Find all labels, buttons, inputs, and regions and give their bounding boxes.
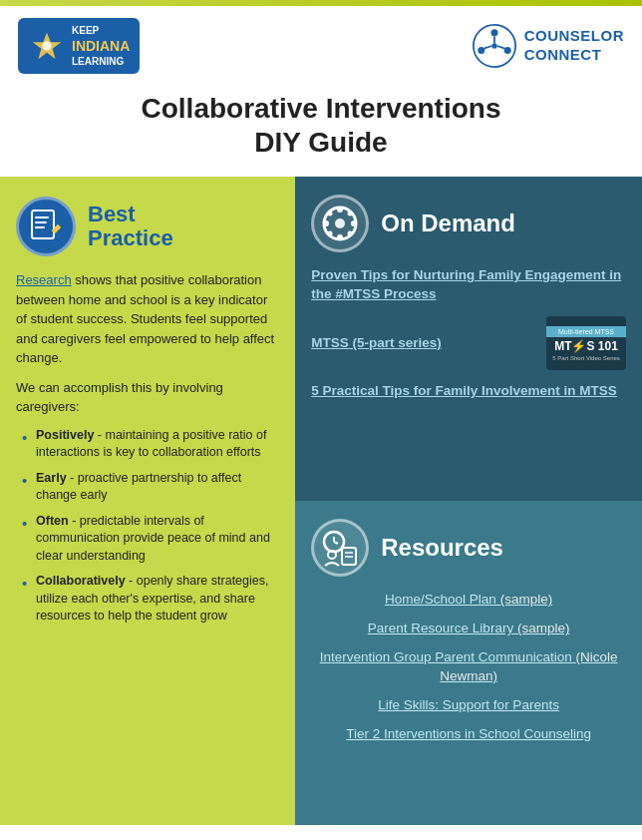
- main-title: Collaborative Interventions DIY Guide: [20, 92, 622, 159]
- resource-link-4[interactable]: Life Skills: Support for Parents: [311, 696, 626, 715]
- svg-point-24: [328, 231, 333, 236]
- resource-link-5[interactable]: Tier 2 Interventions in School Counselin…: [311, 725, 626, 744]
- svg-point-20: [323, 220, 329, 226]
- best-practice-title: Best Practice: [88, 203, 173, 250]
- svg-point-19: [337, 234, 343, 240]
- resources-icon-circle: [311, 519, 369, 577]
- on-demand-title: On Demand: [381, 210, 515, 237]
- svg-point-7: [491, 43, 496, 48]
- kil-logo: KEEP INDIANA LEARNING: [18, 18, 140, 74]
- on-demand-header: On Demand: [311, 195, 626, 252]
- svg-point-22: [328, 211, 333, 216]
- cc-text: COUNSELOR CONNECT: [524, 27, 624, 65]
- svg-rect-11: [32, 210, 54, 238]
- left-column: Best Practice Research shows that positi…: [0, 177, 295, 825]
- on-demand-section: On Demand Proven Tips for Nurturing Fami…: [295, 177, 642, 501]
- bullet-positively: Positively - maintaining a positive rati…: [22, 427, 279, 462]
- svg-rect-13: [35, 221, 47, 223]
- best-practice-icon: [16, 197, 76, 256]
- header: KEEP INDIANA LEARNING COUNSELOR CONNECT: [0, 6, 642, 82]
- svg-point-25: [348, 231, 353, 236]
- right-column: On Demand Proven Tips for Nurturing Fami…: [295, 177, 642, 825]
- resources-title: Resources: [381, 534, 503, 562]
- kil-text: KEEP INDIANA LEARNING: [72, 24, 130, 68]
- best-practice-header: Best Practice: [16, 197, 279, 256]
- demand-link-3[interactable]: 5 Practical Tips for Family Involvement …: [311, 382, 626, 401]
- resources-header: Resources: [311, 519, 626, 577]
- best-practice-para1: Research shows that positive collaborati…: [16, 270, 279, 368]
- svg-rect-14: [35, 226, 45, 228]
- svg-point-2: [42, 41, 52, 51]
- svg-rect-12: [35, 216, 49, 218]
- bullet-list: Positively - maintaining a positive rati…: [16, 427, 279, 626]
- film-reel-icon-circle: [311, 195, 369, 252]
- svg-point-17: [335, 218, 345, 228]
- resource-link-1[interactable]: Home/School Plan (sample): [311, 591, 626, 610]
- bullet-often: Often - predictable intervals of communi…: [22, 513, 279, 566]
- cc-logo: COUNSELOR CONNECT: [473, 24, 624, 68]
- demand-link-1[interactable]: Proven Tips for Nurturing Family Engagem…: [311, 266, 626, 304]
- svg-point-4: [490, 29, 497, 36]
- title-section: Collaborative Interventions DIY Guide: [0, 82, 642, 177]
- document-edit-icon: [28, 209, 64, 244]
- svg-line-28: [334, 542, 338, 544]
- bullet-collaboratively: Collaboratively - openly share strategie…: [22, 573, 279, 626]
- svg-line-10: [496, 46, 504, 49]
- resource-link-3[interactable]: Intervention Group Parent Communication …: [311, 648, 626, 686]
- resources-icon: [320, 528, 360, 568]
- bullet-early: Early - proactive partnership to affect …: [22, 470, 279, 505]
- kil-logo-icon: [28, 27, 66, 65]
- demand-link-2[interactable]: MTSS (5-part series): [311, 334, 536, 353]
- svg-point-23: [348, 211, 353, 216]
- resources-section: Resources Home/School Plan (sample) Pare…: [295, 501, 642, 825]
- research-link[interactable]: Research: [16, 272, 72, 287]
- svg-point-18: [337, 207, 343, 212]
- mtss-thumbnail: Multi-tiered MTSS MT⚡S 101 5 Part Short …: [546, 316, 626, 370]
- film-reel-icon: [321, 205, 359, 242]
- svg-point-21: [351, 220, 357, 226]
- best-practice-para2: We can accomplish this by involving care…: [16, 378, 279, 417]
- cc-logo-icon: [473, 24, 516, 68]
- content-grid: Best Practice Research shows that positi…: [0, 177, 642, 825]
- resource-link-2[interactable]: Parent Resource Library (sample): [311, 620, 626, 638]
- mtss-row: MTSS (5-part series) Multi-tiered MTSS M…: [311, 316, 626, 370]
- svg-line-9: [483, 46, 491, 49]
